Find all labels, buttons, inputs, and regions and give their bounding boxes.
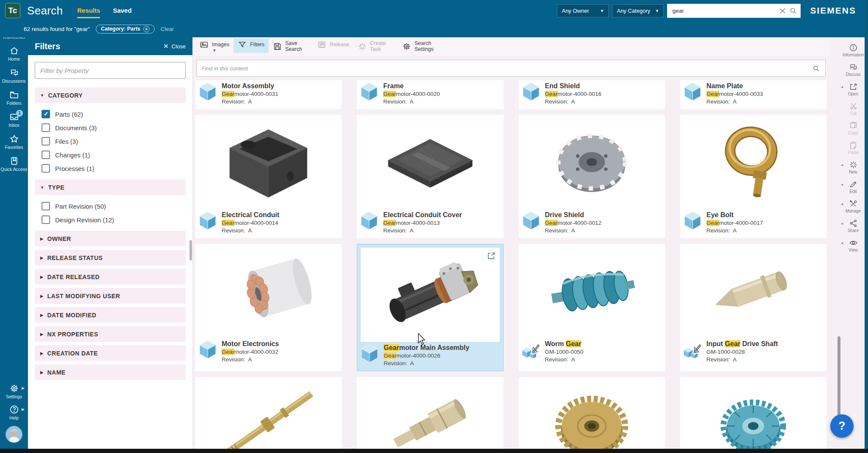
motor-electronics-image	[213, 252, 324, 330]
help-button[interactable]: ?	[830, 414, 854, 438]
part-revision: Revision: A	[384, 360, 469, 367]
clear-filters-link[interactable]: Clear	[161, 26, 174, 32]
action-discuss[interactable]: Discuss	[842, 63, 865, 80]
action-share[interactable]: ◂ Share	[842, 219, 865, 236]
result-card[interactable]: End Shield Gearmotor-4000-0016 Revision:…	[519, 80, 665, 109]
result-card[interactable]: Electrical Conduit Gearmotor-4000-0014 R…	[195, 115, 342, 238]
filters-button[interactable]: Filters	[234, 39, 269, 53]
remove-chip-icon[interactable]: ✕	[143, 26, 150, 32]
action-manage[interactable]: ◂ Manage	[842, 199, 865, 217]
filter-option[interactable]: Parts (62)	[42, 107, 186, 121]
result-card[interactable]: Input Gear Drive Shaft GM-1000-0028 Revi…	[680, 244, 826, 371]
tab-saved[interactable]: Saved	[113, 7, 131, 18]
checkbox[interactable]	[42, 215, 50, 224]
action-new[interactable]: ◂ New	[842, 160, 865, 178]
part-revision-icon	[198, 340, 217, 359]
filter-option[interactable]: Processes (1)	[42, 162, 186, 175]
filter-section-nx-properties[interactable]: ▶ NX PROPERTIES	[35, 326, 186, 342]
chevron-right-icon: ▶	[40, 256, 43, 260]
filter-option[interactable]: Design Revision (12)	[42, 213, 186, 226]
filter-section-name[interactable]: ▶ NAME	[35, 364, 186, 380]
filter-section-release-status[interactable]: ▶ RELEASE STATUS	[35, 250, 186, 266]
release-button[interactable]: Release	[313, 39, 353, 53]
tab-results[interactable]: Results	[77, 7, 100, 18]
sidebar-item-help[interactable]: ▶ Help	[0, 405, 28, 420]
action-paste[interactable]: Paste	[842, 141, 865, 158]
global-search-input[interactable]	[672, 8, 776, 14]
results-row: Electrical Conduit Gearmotor-4000-0014 R…	[195, 115, 826, 238]
result-card[interactable]: Eye Bolt Gearmotor-4000-0017 Revision: A	[680, 115, 826, 238]
owner-filter-dropdown[interactable]: Any Owner ▼	[557, 4, 609, 17]
search-icon[interactable]	[789, 7, 797, 15]
sidebar-item-quick-access[interactable]: Quick Access	[0, 156, 28, 172]
checkbox[interactable]	[42, 137, 50, 145]
user-avatar[interactable]	[6, 426, 22, 443]
toolbar-button-label: Release	[330, 42, 349, 48]
category-filter-dropdown[interactable]: Any Category ▼	[612, 4, 664, 17]
sidebar-item-label: Help	[9, 415, 19, 420]
filter-option[interactable]: Documents (3)	[42, 121, 186, 134]
copy-icon	[849, 121, 858, 130]
sidebar-item-discussions[interactable]: Discussions	[0, 68, 28, 84]
save-search-button[interactable]: Save Search	[269, 39, 313, 56]
action-view[interactable]: ◂ View	[842, 238, 865, 256]
app-header: Tc Search ResultsSaved Any Owner ▼ Any C…	[0, 0, 868, 37]
filter-section-date-modified[interactable]: ▶ DATE MODIFIED	[35, 307, 186, 323]
sidebar-item-home[interactable]: Home	[0, 46, 28, 62]
result-card[interactable]: Name Plate Gearmotor-4000-0033 Revision:…	[680, 80, 826, 109]
sidebar-item-folders[interactable]: Folders	[0, 90, 28, 106]
filter-section-creation-date[interactable]: ▶ CREATION DATE	[35, 345, 186, 361]
action-cut[interactable]: Cut	[842, 102, 865, 119]
action-copy[interactable]: Copy	[842, 121, 865, 139]
checkbox[interactable]	[42, 151, 50, 159]
checkbox[interactable]	[42, 164, 50, 173]
gearmotor-assembly-image	[378, 255, 483, 334]
filter-option[interactable]: Changes (1)	[42, 148, 186, 162]
result-card[interactable]	[680, 377, 826, 449]
filter-option-label: Files (3)	[55, 138, 78, 145]
results-summary: 62 results found for "gear"	[24, 26, 90, 32]
result-card[interactable]: Drive Shield Gearmotor-4000-0012 Revisio…	[519, 115, 665, 238]
owner-filter-value: Any Owner	[562, 8, 589, 14]
clear-search-icon[interactable]	[779, 7, 787, 15]
filter-section-date-released[interactable]: ▶ DATE RELEASED	[35, 269, 186, 285]
chevron-down-icon: ▼	[655, 8, 659, 13]
checkbox[interactable]	[42, 110, 50, 118]
filters-scrollbar-thumb[interactable]	[189, 240, 192, 260]
search-icon[interactable]	[812, 64, 820, 73]
result-card[interactable]	[357, 377, 503, 449]
create-task-button[interactable]: Create Task	[353, 39, 398, 56]
images-button[interactable]: Images ▼	[195, 39, 234, 53]
sidebar-item-inbox[interactable]: 1 Inbox	[0, 112, 28, 128]
search-settings-button[interactable]: Search Settings	[398, 39, 442, 56]
filter-by-property-input[interactable]	[35, 62, 186, 79]
find-in-content-input[interactable]	[202, 65, 812, 72]
filter-option[interactable]: Part Revision (50)	[42, 199, 186, 213]
close-filters-button[interactable]: ✕ Close	[163, 42, 186, 50]
result-card[interactable]	[195, 377, 342, 449]
action-information[interactable]: Information	[842, 43, 865, 61]
result-card[interactable]	[519, 377, 665, 449]
long-shaft-image	[213, 385, 324, 449]
action-edit[interactable]: ◂ Edit	[842, 180, 865, 197]
result-card[interactable]: Motor Electronics Gearmotor-4000-0032 Re…	[195, 244, 342, 371]
edit-icon	[849, 180, 858, 189]
filter-section-owner[interactable]: ▶ OWNER	[35, 231, 186, 246]
filter-option[interactable]: Files (3)	[42, 134, 186, 148]
action-open[interactable]: ◂ Open	[842, 82, 865, 100]
category-filter-chip[interactable]: Category: Parts ✕	[96, 25, 155, 34]
discussions-icon	[9, 68, 19, 78]
result-card[interactable]: Worm Gear GM-1000-0050 Revision: A	[519, 244, 665, 371]
result-card[interactable]: Electrical Conduit Cover Gearmotor-4000-…	[357, 115, 503, 238]
sidebar-item-favorites[interactable]: Favorites	[0, 134, 28, 150]
filter-section-type[interactable]: ▼ TYPE	[35, 179, 186, 195]
open-in-new-icon[interactable]	[487, 251, 496, 260]
filter-section-last-modifying-user[interactable]: ▶ LAST MODIFYING USER	[35, 288, 186, 304]
checkbox[interactable]	[42, 202, 50, 210]
result-card[interactable]: Gearmotor Main Assembly Gearmotor-4000-0…	[357, 244, 503, 371]
sidebar-item-settings[interactable]: ▶ Settings	[0, 383, 28, 399]
result-card[interactable]: Motor Assembly Gearmotor-4000-0031 Revis…	[195, 80, 342, 109]
filter-section-category[interactable]: ▼ CATEGORY	[35, 87, 186, 103]
result-card[interactable]: Frame Gearmotor-4000-0020 Revision: A	[357, 80, 503, 109]
checkbox[interactable]	[42, 123, 50, 132]
